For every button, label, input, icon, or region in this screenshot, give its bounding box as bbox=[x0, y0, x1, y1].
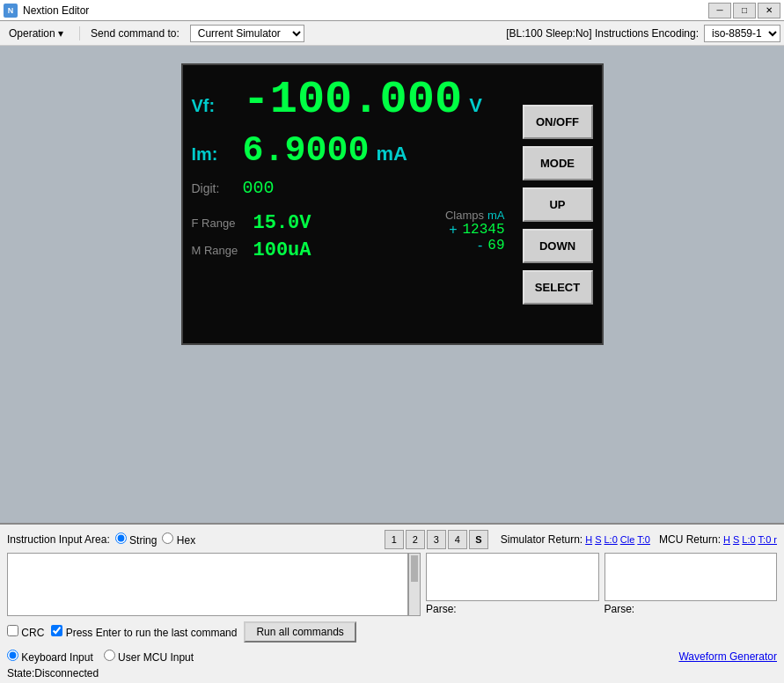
run-all-button[interactable]: Run all commands bbox=[244, 621, 355, 643]
sim-l-link[interactable]: L:0 bbox=[604, 534, 617, 545]
operation-arrow: ▾ bbox=[58, 27, 63, 40]
crc-label: CRC bbox=[21, 627, 44, 639]
hex-radio-label[interactable]: Hex bbox=[162, 532, 195, 547]
operation-label: Operation bbox=[9, 27, 55, 40]
encoding-select[interactable]: iso-8859-1 bbox=[704, 25, 780, 42]
operation-menu[interactable]: Operation ▾ bbox=[4, 26, 69, 41]
onoff-button[interactable]: ON/OFF bbox=[523, 105, 593, 139]
textarea-scrollbar[interactable] bbox=[408, 553, 421, 616]
textarea-container bbox=[7, 553, 421, 616]
right-panels: Parse: Parse: bbox=[426, 553, 777, 643]
send-command-select[interactable]: Current Simulator bbox=[190, 25, 304, 42]
title-bar: N Nextion Editor ─ □ ✕ bbox=[0, 0, 784, 21]
state-text: State:Disconnected bbox=[7, 667, 99, 679]
mcu-return-header: MCU Return: H S L:0 T:0 r bbox=[659, 533, 777, 546]
select-button[interactable]: SELECT bbox=[523, 270, 593, 305]
bottom-inner: Instruction Input Area: String Hex 1 2 3… bbox=[7, 530, 777, 679]
m-range-row: M Range 100uA bbox=[192, 239, 311, 261]
clamp-plus-row: + 12345 bbox=[449, 222, 504, 238]
sim-h-link[interactable]: H bbox=[585, 534, 592, 545]
clamp-minus-value: 69 bbox=[487, 238, 504, 253]
mcu-textarea[interactable] bbox=[604, 553, 778, 601]
mcu-s-link[interactable]: S bbox=[733, 534, 739, 545]
tab-s-button[interactable]: S bbox=[469, 530, 488, 549]
clamp-minus-row: - 69 bbox=[478, 238, 505, 253]
tab-4-button[interactable]: 4 bbox=[448, 530, 467, 549]
im-value: 6.9000 bbox=[243, 134, 370, 169]
scrollbar-thumb bbox=[411, 555, 418, 582]
crc-checkbox[interactable] bbox=[7, 625, 18, 636]
vf-row: Vf: -100.000 V bbox=[192, 74, 514, 127]
menu-bar: Operation ▾ Send command to: Current Sim… bbox=[0, 21, 784, 46]
mcu-parse-label: Parse: bbox=[604, 603, 778, 615]
tab-2-button[interactable]: 2 bbox=[406, 530, 425, 549]
clamps-label: Clamps bbox=[445, 209, 484, 222]
mcu-panel: Parse: bbox=[604, 553, 778, 643]
up-button[interactable]: UP bbox=[523, 187, 593, 222]
waveform-generator-link[interactable]: Waveform Generator bbox=[678, 650, 777, 663]
bottom-panel: Instruction Input Area: String Hex 1 2 3… bbox=[0, 523, 784, 683]
vf-value: -100.000 bbox=[243, 77, 463, 123]
instruction-textarea[interactable] bbox=[7, 553, 408, 616]
keyboard-input-radio[interactable] bbox=[7, 650, 18, 661]
left-input-panel: CRC Press Enter to run the last command … bbox=[7, 553, 421, 643]
controls-row: CRC Press Enter to run the last command … bbox=[7, 621, 421, 643]
string-radio-label[interactable]: String bbox=[115, 532, 158, 547]
down-button[interactable]: DOWN bbox=[523, 229, 593, 263]
close-button[interactable]: ✕ bbox=[758, 3, 780, 18]
im-label: Im: bbox=[192, 144, 236, 165]
sim-cle-link[interactable]: Cle bbox=[620, 534, 635, 545]
mcu-t-link[interactable]: T:0 r bbox=[758, 534, 777, 545]
mode-button[interactable]: MODE bbox=[523, 146, 593, 180]
string-label: String bbox=[129, 534, 157, 547]
state-status: State:Disconnected bbox=[7, 667, 777, 679]
press-enter-checkbox[interactable] bbox=[51, 625, 62, 636]
vf-label: Vf: bbox=[192, 96, 236, 116]
sim-return-label: Simulator Return: bbox=[501, 533, 583, 546]
tab-3-button[interactable]: 3 bbox=[427, 530, 446, 549]
f-range-row: F Range 15.0V bbox=[192, 212, 311, 234]
status-text: [BL:100 Sleep:No] Instructions Encoding: bbox=[506, 27, 699, 40]
sim-t-link[interactable]: T:0 bbox=[637, 534, 650, 545]
digit-value: 000 bbox=[243, 178, 275, 198]
maximize-button[interactable]: □ bbox=[733, 3, 756, 18]
digit-row: Digit: 000 bbox=[192, 176, 514, 200]
mcu-return-label: MCU Return: bbox=[659, 533, 721, 546]
keyboard-input-label[interactable]: Keyboard Input bbox=[7, 650, 93, 664]
menu-separator bbox=[79, 26, 80, 40]
user-mcu-input-label[interactable]: User MCU Input bbox=[104, 650, 194, 664]
app-title: Nextion Editor bbox=[23, 4, 89, 17]
keyboard-input-text: Keyboard Input bbox=[21, 651, 92, 664]
im-row: Im: 6.9000 mA bbox=[192, 130, 514, 173]
simulator-panel: Parse: bbox=[426, 553, 599, 643]
m-range-label: M Range bbox=[192, 244, 245, 257]
device-display: Vf: -100.000 V Im: 6.9000 mA Digit: 000 … bbox=[181, 63, 604, 345]
simulator-textarea[interactable] bbox=[426, 553, 599, 601]
instruction-header-row: Instruction Input Area: String Hex 1 2 3… bbox=[7, 530, 777, 549]
minimize-button[interactable]: ─ bbox=[708, 3, 731, 18]
clamp-minus-sign: - bbox=[478, 238, 482, 253]
title-bar-left: N Nextion Editor bbox=[4, 4, 89, 18]
input-mode-row: Keyboard Input User MCU Input bbox=[7, 650, 194, 664]
send-command-label: Send command to: bbox=[91, 27, 180, 40]
press-enter-checkbox-label[interactable]: Press Enter to run the last command bbox=[51, 625, 237, 639]
status-bar-top: [BL:100 Sleep:No] Instructions Encoding:… bbox=[506, 25, 780, 42]
hex-label: Hex bbox=[177, 534, 195, 547]
sim-s-link[interactable]: S bbox=[595, 534, 601, 545]
im-unit: mA bbox=[377, 143, 407, 165]
mcu-h-link[interactable]: H bbox=[723, 534, 730, 545]
instruction-area-label: Instruction Input Area: bbox=[7, 533, 110, 546]
f-range-value: 15.0V bbox=[253, 212, 311, 234]
user-mcu-radio[interactable] bbox=[104, 650, 115, 661]
crc-checkbox-label[interactable]: CRC bbox=[7, 625, 44, 639]
m-range-value: 100uA bbox=[253, 239, 311, 261]
press-enter-label: Press Enter to run the last command bbox=[66, 627, 238, 639]
sim-parse-label: Parse: bbox=[426, 603, 599, 615]
user-mcu-input-text: User MCU Input bbox=[118, 651, 194, 664]
string-radio[interactable] bbox=[115, 532, 127, 544]
tab-1-button[interactable]: 1 bbox=[385, 530, 404, 549]
f-range-label: F Range bbox=[192, 217, 245, 230]
clamp-plus-sign: + bbox=[449, 222, 457, 238]
hex-radio[interactable] bbox=[162, 532, 173, 544]
mcu-l-link[interactable]: L:0 bbox=[742, 534, 755, 545]
